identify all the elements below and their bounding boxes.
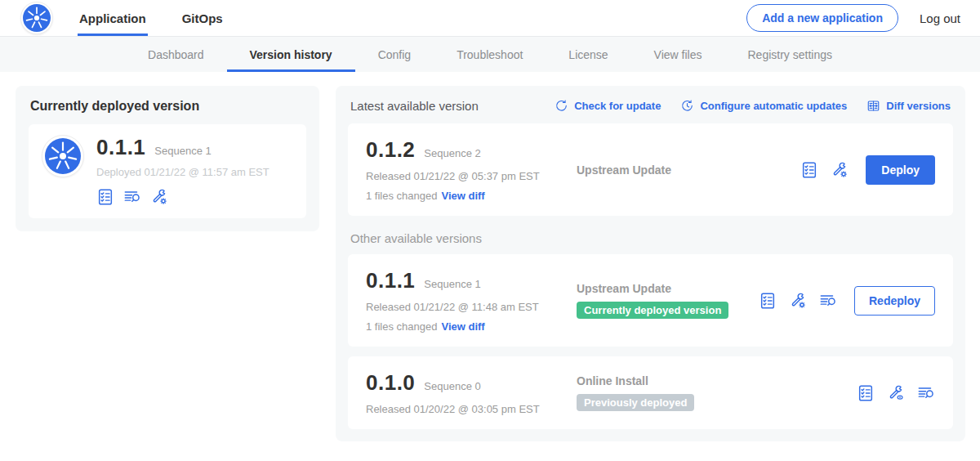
- version-actions: Redeploy: [759, 286, 935, 316]
- version-info: 0.1.2 Sequence 2 Released 01/21/22 @ 05:…: [366, 137, 577, 202]
- tab-gitops-label: GitOps: [182, 11, 223, 25]
- edit-config-icon[interactable]: [831, 161, 849, 179]
- tab-application[interactable]: Application: [78, 0, 148, 36]
- deployed-version-info: 0.1.1 Sequence 1 Deployed 01/21/22 @ 11:…: [96, 135, 270, 206]
- view-logs-icon[interactable]: [123, 188, 141, 206]
- preflight-checks-icon[interactable]: [96, 188, 114, 206]
- preflight-checks-icon[interactable]: [857, 384, 875, 402]
- edit-config-icon[interactable]: [789, 292, 807, 310]
- top-header: Application GitOps Add a new application…: [0, 0, 980, 37]
- version-number: 0.1.1: [366, 268, 415, 293]
- deployed-timestamp: Deployed 01/21/22 @ 11:57 am EST: [96, 166, 270, 178]
- configure-automatic-updates-link[interactable]: Configure automatic updates: [680, 99, 847, 113]
- refresh-icon: [555, 99, 568, 113]
- diff-icon: [866, 99, 880, 113]
- edit-config-icon[interactable]: [150, 188, 168, 206]
- latest-available-title: Latest available version: [350, 99, 479, 113]
- subnav-item-license[interactable]: License: [546, 37, 630, 72]
- deploy-button[interactable]: Deploy: [866, 155, 935, 185]
- other-available-title: Other available versions: [350, 231, 951, 245]
- sequence-label: Sequence 0: [424, 380, 480, 392]
- logout-button[interactable]: Log out: [920, 11, 960, 25]
- redeploy-button[interactable]: Redeploy: [854, 286, 935, 316]
- version-history-panel: Latest available version Check for updat…: [336, 86, 965, 441]
- configure-automatic-updates-label: Configure automatic updates: [700, 100, 847, 112]
- source-label: Upstream Update: [577, 163, 800, 177]
- sequence-label: Sequence 2: [424, 147, 480, 159]
- subnav-item-dashboard[interactable]: Dashboard: [125, 37, 227, 72]
- kubernetes-logo-icon: [20, 2, 53, 34]
- files-changed-label: 1 files changed: [366, 190, 437, 202]
- released-timestamp: Released 01/21/22 @ 05:37 pm EST: [366, 170, 577, 182]
- deployed-sequence-label: Sequence 1: [154, 145, 211, 157]
- subnav-item-version-history[interactable]: Version history: [227, 37, 355, 72]
- version-actions: [857, 384, 935, 402]
- files-changed-label: 1 files changed: [366, 320, 437, 333]
- version-source: Online Install Previously deployed: [577, 374, 857, 411]
- view-logs-icon[interactable]: [917, 384, 935, 402]
- preflight-checks-icon[interactable]: [759, 292, 777, 310]
- view-diff-link[interactable]: View diff: [441, 320, 484, 333]
- version-row-0-1-2: 0.1.2 Sequence 2 Released 01/21/22 @ 05:…: [348, 123, 953, 216]
- diff-versions-label: Diff versions: [886, 100, 951, 112]
- currently-deployed-title: Currently deployed version: [30, 99, 306, 114]
- view-diff-link[interactable]: View diff: [441, 190, 484, 202]
- panel-actions: Check for update Configure automatic upd…: [555, 99, 951, 113]
- add-application-button[interactable]: Add a new application: [746, 4, 898, 32]
- view-logs-icon[interactable]: [819, 292, 837, 310]
- tab-gitops[interactable]: GitOps: [180, 0, 225, 36]
- schedule-icon: [680, 99, 694, 113]
- sequence-label: Sequence 1: [424, 278, 480, 290]
- version-row-0-1-1: 0.1.1 Sequence 1 Released 01/21/22 @ 11:…: [348, 254, 953, 347]
- source-label: Online Install: [577, 374, 857, 387]
- deployed-version-number: 0.1.1: [96, 135, 145, 160]
- app-kubernetes-logo-icon: [42, 135, 84, 177]
- version-source: Upstream Update Currently deployed versi…: [577, 282, 759, 319]
- version-actions: Deploy: [800, 155, 935, 185]
- version-source: Upstream Update: [577, 163, 800, 177]
- subnav-item-troubleshoot[interactable]: Troubleshoot: [434, 37, 546, 72]
- app-subnav: Dashboard Version history Config Trouble…: [0, 37, 980, 72]
- check-for-update-link[interactable]: Check for update: [555, 99, 661, 113]
- currently-deployed-card: Currently deployed version 0.1.1 Sequenc…: [16, 86, 319, 231]
- subnav-item-config[interactable]: Config: [355, 37, 434, 72]
- diff-versions-link[interactable]: Diff versions: [866, 99, 951, 113]
- source-label: Upstream Update: [577, 282, 759, 295]
- previously-deployed-badge: Previously deployed: [577, 394, 694, 411]
- subnav-item-registry-settings[interactable]: Registry settings: [725, 37, 855, 72]
- version-info: 0.1.1 Sequence 1 Released 01/21/22 @ 11:…: [366, 268, 577, 333]
- main-content: Currently deployed version 0.1.1 Sequenc…: [0, 72, 980, 441]
- currently-deployed-badge: Currently deployed version: [577, 302, 728, 319]
- version-number: 0.1.2: [366, 137, 415, 163]
- currently-deployed-version-card: 0.1.1 Sequence 1 Deployed 01/21/22 @ 11:…: [29, 124, 306, 218]
- version-info: 0.1.0 Sequence 0 Released 01/20/22 @ 03:…: [366, 370, 577, 415]
- view-config-icon[interactable]: [887, 384, 905, 402]
- version-number: 0.1.0: [366, 370, 415, 396]
- released-timestamp: Released 01/21/22 @ 11:48 am EST: [366, 301, 577, 313]
- preflight-checks-icon[interactable]: [800, 161, 818, 179]
- version-row-0-1-0: 0.1.0 Sequence 0 Released 01/20/22 @ 03:…: [348, 356, 953, 429]
- released-timestamp: Released 01/20/22 @ 03:05 pm EST: [366, 403, 577, 415]
- top-tabs: Application GitOps: [78, 0, 257, 36]
- tab-application-label: Application: [79, 11, 146, 25]
- header-right: Add a new application Log out: [746, 0, 960, 36]
- subnav-item-view-files[interactable]: View files: [631, 37, 725, 72]
- check-for-update-label: Check for update: [574, 100, 661, 112]
